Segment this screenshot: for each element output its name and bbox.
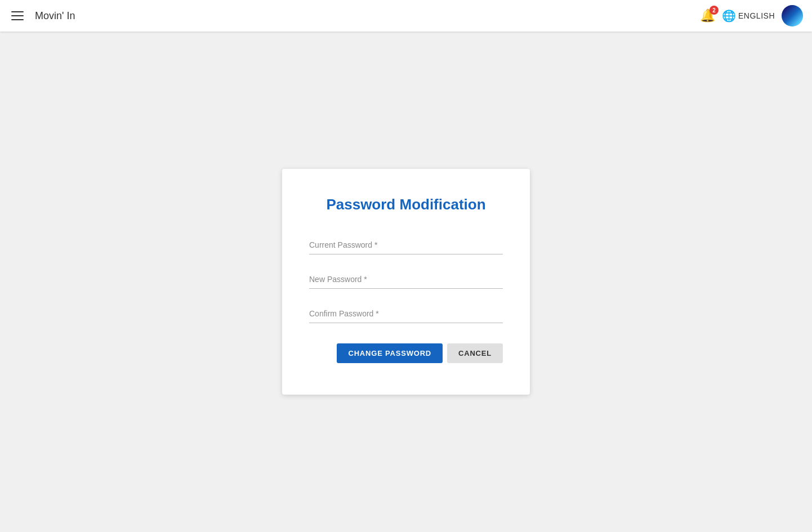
current-password-input[interactable]	[309, 236, 503, 254]
cancel-button[interactable]: CANCEL	[447, 343, 503, 363]
card-title: Password Modification	[309, 196, 503, 213]
avatar-image	[782, 5, 803, 26]
navbar: Movin' In 🔔 2 🌐 ENGLISH	[0, 0, 812, 32]
password-form: CHANGE PASSWORD CANCEL	[309, 236, 503, 363]
confirm-password-group	[309, 305, 503, 323]
main-content: Password Modification CHANGE PASSWORD CA…	[0, 32, 812, 532]
language-label: ENGLISH	[738, 11, 775, 20]
confirm-password-input[interactable]	[309, 305, 503, 323]
app-title: Movin' In	[35, 10, 75, 22]
password-modification-card: Password Modification CHANGE PASSWORD CA…	[282, 169, 530, 395]
navbar-right: 🔔 2 🌐 ENGLISH	[700, 5, 803, 26]
new-password-input[interactable]	[309, 270, 503, 289]
new-password-group	[309, 270, 503, 289]
notification-bell[interactable]: 🔔 2	[700, 8, 715, 23]
change-password-button[interactable]: CHANGE PASSWORD	[337, 343, 443, 363]
hamburger-menu-icon[interactable]	[9, 9, 26, 23]
notification-badge: 2	[710, 6, 719, 15]
globe-icon: 🌐	[722, 9, 736, 23]
current-password-group	[309, 236, 503, 254]
navbar-left: Movin' In	[9, 9, 75, 23]
avatar[interactable]	[782, 5, 803, 26]
button-row: CHANGE PASSWORD CANCEL	[309, 343, 503, 363]
language-selector[interactable]: 🌐 ENGLISH	[722, 9, 775, 23]
